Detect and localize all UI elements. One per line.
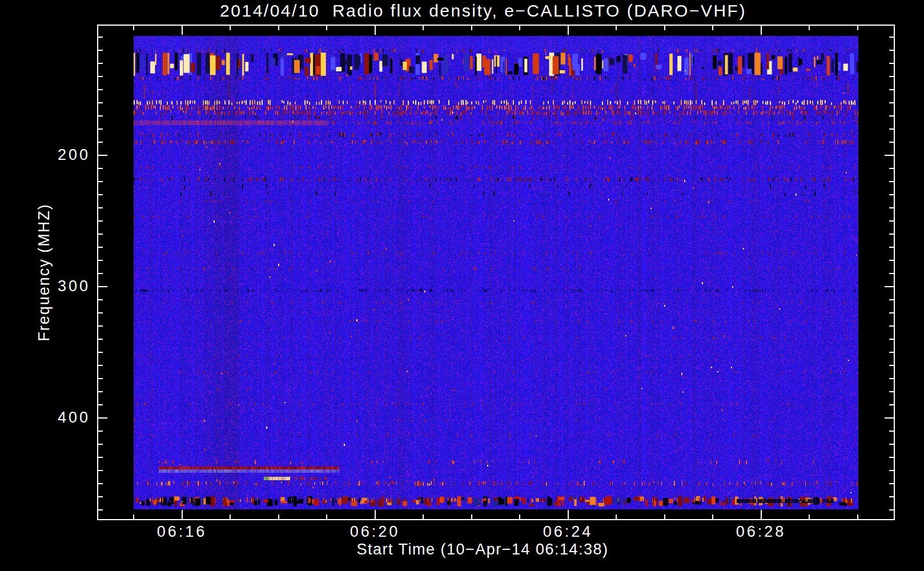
y-minor-tick <box>98 142 103 143</box>
y-minor-tick <box>98 457 103 458</box>
x-minor-tick-top <box>519 26 520 30</box>
y-minor-tick-right <box>889 273 894 274</box>
y-minor-tick-right <box>889 325 894 327</box>
y-minor-tick-right <box>889 220 894 222</box>
screenshot-root: { "page": { "background": "#000000", "fo… <box>0 0 924 571</box>
x-major-tick-top <box>375 26 376 35</box>
y-tick-label: 300 <box>16 278 90 295</box>
x-minor-tick <box>712 514 713 519</box>
x-minor-tick-top <box>857 26 858 30</box>
y-tick-label: 200 <box>16 146 90 164</box>
x-minor-tick <box>616 514 617 519</box>
y-minor-tick-right <box>889 339 894 340</box>
y-major-tick <box>98 286 107 287</box>
y-minor-tick-right <box>889 168 894 169</box>
y-minor-tick-right <box>889 404 894 405</box>
y-minor-tick <box>98 273 103 274</box>
x-major-tick <box>375 510 376 519</box>
y-minor-tick-right <box>889 378 894 379</box>
y-minor-tick <box>98 365 103 366</box>
y-minor-tick-right <box>889 181 894 182</box>
y-minor-tick <box>98 339 103 340</box>
x-minor-tick <box>423 514 424 519</box>
y-minor-tick-right <box>889 365 894 366</box>
y-minor-tick-right <box>889 89 894 90</box>
x-major-tick-top <box>568 26 569 35</box>
y-minor-tick <box>98 483 103 484</box>
y-minor-tick-right <box>889 247 894 248</box>
y-axis-title: Frequency (MHZ) <box>35 203 53 341</box>
y-minor-tick-right <box>889 260 894 261</box>
x-minor-tick-top <box>278 26 279 30</box>
x-minor-tick-top <box>712 26 713 30</box>
y-minor-tick <box>98 102 103 103</box>
x-minor-tick-top <box>423 26 424 30</box>
x-tick-label: 06:28 <box>736 523 786 541</box>
x-minor-tick-top <box>133 26 134 30</box>
y-minor-tick <box>98 168 103 169</box>
y-tick-label: 400 <box>16 409 90 427</box>
x-tick-label: 06:16 <box>157 523 207 541</box>
y-major-tick <box>98 155 107 156</box>
y-minor-tick <box>98 378 103 379</box>
y-minor-tick <box>98 115 103 116</box>
y-minor-tick-right <box>889 115 894 116</box>
x-major-tick <box>182 510 183 519</box>
y-minor-tick <box>98 247 103 248</box>
y-minor-tick-right <box>889 234 894 235</box>
x-minor-tick <box>230 514 231 519</box>
y-minor-tick <box>98 181 103 182</box>
y-minor-tick-right <box>889 444 894 445</box>
y-minor-tick-right <box>889 431 894 432</box>
y-major-tick <box>98 417 107 419</box>
y-minor-tick-right <box>889 352 894 353</box>
y-minor-tick <box>98 444 103 445</box>
x-minor-tick-top <box>326 26 327 30</box>
y-minor-tick <box>98 194 103 195</box>
y-minor-tick-right <box>889 128 894 130</box>
y-minor-tick-right <box>889 312 894 313</box>
y-minor-tick <box>98 128 103 130</box>
x-major-tick <box>568 510 569 519</box>
y-minor-tick-right <box>889 76 894 77</box>
y-minor-tick <box>98 431 103 432</box>
x-minor-tick <box>519 514 520 519</box>
x-minor-tick-top <box>471 26 472 30</box>
y-minor-tick <box>98 404 103 405</box>
y-minor-tick-right <box>889 299 894 300</box>
y-minor-tick <box>98 260 103 261</box>
x-minor-tick-top <box>616 26 617 30</box>
y-minor-tick-right <box>889 63 894 64</box>
y-minor-tick <box>98 234 103 235</box>
y-minor-tick <box>98 89 103 90</box>
x-minor-tick <box>471 514 472 519</box>
x-tick-label: 06:24 <box>543 523 593 541</box>
y-minor-tick <box>98 325 103 327</box>
y-minor-tick-right <box>889 457 894 458</box>
y-minor-tick-right <box>889 194 894 195</box>
spectrogram-figure: 2014/04/10 Radio flux density, e−CALLIST… <box>0 0 924 571</box>
y-minor-tick <box>98 470 103 471</box>
x-minor-tick-top <box>230 26 231 30</box>
y-minor-tick <box>98 76 103 77</box>
x-major-tick-top <box>761 26 762 35</box>
y-minor-tick-right <box>889 50 894 51</box>
y-minor-tick <box>98 299 103 300</box>
y-major-tick-right <box>885 155 894 156</box>
x-minor-tick-top <box>809 26 810 30</box>
x-major-tick <box>761 510 762 519</box>
x-minor-tick-top <box>664 26 665 30</box>
chart-title: 2014/04/10 Radio flux density, e−CALLIST… <box>220 1 746 21</box>
y-minor-tick <box>98 352 103 353</box>
y-minor-tick <box>98 37 103 38</box>
y-minor-tick-right <box>889 37 894 38</box>
x-minor-tick <box>278 514 279 519</box>
x-minor-tick <box>326 514 327 519</box>
y-minor-tick-right <box>889 496 894 497</box>
y-minor-tick-right <box>889 509 894 510</box>
y-minor-tick <box>98 63 103 64</box>
x-minor-tick <box>857 514 858 519</box>
y-minor-tick-right <box>889 483 894 484</box>
y-minor-tick <box>98 50 103 51</box>
y-minor-tick <box>98 207 103 208</box>
